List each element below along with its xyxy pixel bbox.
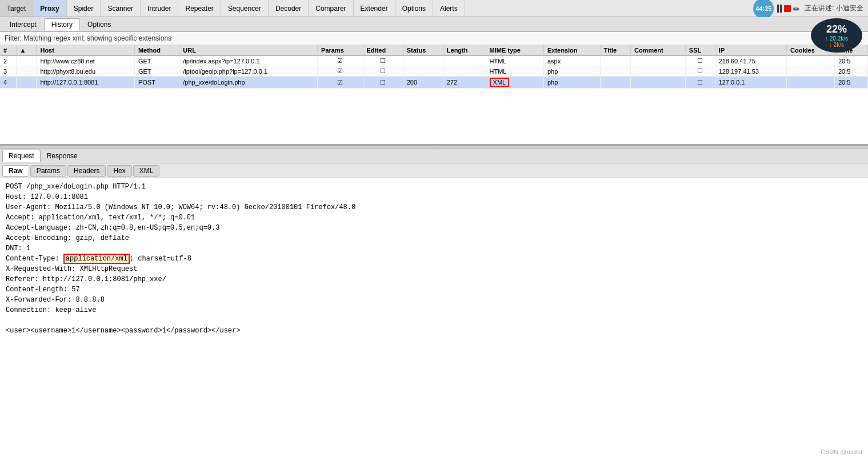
pen-icon[interactable]: ✏ [793, 5, 801, 13]
col-params[interactable]: Params [318, 45, 363, 56]
speed-widget: 22% ↑ 20.2k/s ↓ 2k/s [811, 18, 862, 53]
nav-alerts[interactable]: Alerts [433, 0, 465, 17]
nav-extender[interactable]: Extender [354, 0, 395, 17]
inner-tab-headers[interactable]: Headers [67, 165, 106, 177]
col-ssl[interactable]: SSL [685, 45, 715, 56]
tab-history[interactable]: History [44, 18, 80, 31]
timer-display: 44:25 [753, 0, 774, 19]
nav-scanner[interactable]: Scanner [101, 0, 141, 17]
col-mime[interactable]: MIME type [486, 45, 543, 56]
top-navigation: Target Proxy Spider Scanner Intruder Rep… [0, 0, 868, 17]
request-line: Referer: http://127.0.0.1:8081/php_xxe/ [6, 274, 862, 284]
request-line [6, 315, 862, 326]
stream-label: 正在讲述: 小迪安全 [805, 3, 863, 13]
col-host[interactable]: Host [37, 45, 134, 56]
request-line: X-Forwarded-For: 8.8.8.8 [6, 295, 862, 305]
tab-options[interactable]: Options [80, 18, 118, 31]
col-num[interactable]: # [0, 45, 16, 56]
request-line: Accept-Encoding: gzip, deflate [6, 233, 862, 243]
col-title[interactable]: Title [600, 45, 630, 56]
watermark: CSDN @rechd [821, 448, 862, 455]
col-edited[interactable]: Edited [363, 45, 403, 56]
col-arrow[interactable]: ▲ [16, 45, 37, 56]
inner-tabs: Raw Params Headers Hex XML [0, 163, 868, 178]
filter-text: Filter: Matching regex xml; showing spec… [5, 34, 171, 42]
request-response-tabs: Request Response [0, 149, 868, 163]
nav-target[interactable]: Target [0, 0, 33, 17]
col-status[interactable]: Status [403, 45, 443, 56]
table-header-row: # ▲ Host Method URL Params Edited Status… [0, 45, 868, 56]
request-line: <user><username>1</username><password>1<… [6, 326, 862, 336]
col-comment[interactable]: Comment [630, 45, 685, 56]
history-table-container: # ▲ Host Method URL Params Edited Status… [0, 45, 868, 145]
nav-proxy[interactable]: Proxy [33, 0, 66, 17]
history-table: # ▲ Host Method URL Params Edited Status… [0, 45, 868, 89]
request-body: POST /php_xxe/doLogin.php HTTP/1.1Host: … [0, 178, 868, 448]
nav-options[interactable]: Options [395, 0, 433, 17]
timer-controls: ✏ [777, 5, 801, 13]
stop-button[interactable] [784, 5, 791, 12]
inner-tab-params[interactable]: Params [30, 165, 66, 177]
request-line: DNT: 1 [6, 243, 862, 254]
request-line: Host: 127.0.0.1:8081 [6, 192, 862, 202]
table-row[interactable]: 4http://127.0.0.1:8081POST/php_xxe/doLog… [0, 77, 868, 89]
nav-intruder[interactable]: Intruder [141, 0, 178, 17]
tab-intercept[interactable]: Intercept [2, 18, 44, 31]
request-line: Connection: keep-alive [6, 305, 862, 315]
proxy-sub-nav: Intercept History Options [0, 17, 868, 32]
nav-repeater[interactable]: Repeater [178, 0, 221, 17]
nav-spider[interactable]: Spider [67, 0, 101, 17]
tab-request[interactable]: Request [2, 150, 41, 162]
pause-button[interactable] [777, 5, 782, 13]
inner-tab-hex[interactable]: Hex [107, 165, 131, 177]
request-line: Accept: application/xml, text/xml, */*; … [6, 213, 862, 223]
request-line: Content-Length: 57 [6, 284, 862, 295]
filter-bar: Filter: Matching regex xml; showing spec… [0, 32, 868, 45]
bottom-panel: Request Response Raw Params Headers Hex … [0, 149, 868, 461]
content-type-highlight: application/xml [63, 254, 130, 264]
tab-response[interactable]: Response [41, 150, 84, 162]
speed-up: ↑ 20.2k/s [825, 35, 848, 42]
request-line: Accept-Language: zh-CN,zh;q=0.8,en-US;q=… [6, 223, 862, 233]
speed-percent: 22% [826, 23, 847, 35]
timer-block: 44:25 ✏ 正在讲述: 小迪安全 [753, 0, 868, 19]
request-line: X-Requested-With: XMLHttpRequest [6, 264, 862, 274]
col-length[interactable]: Length [443, 45, 486, 56]
request-line: POST /php_xxe/doLogin.php HTTP/1.1 [6, 182, 862, 192]
request-line: Content-Type: application/xml; charset=u… [6, 254, 862, 264]
table-row[interactable]: 3http://phyxt8.bu.eduGET/iptool/geoip.ph… [0, 66, 868, 77]
col-url[interactable]: URL [179, 45, 318, 56]
request-line: User-Agent: Mozilla/5.0 (Windows NT 10.0… [6, 202, 862, 213]
table-row[interactable]: 2http://www.cz88.netGET/ip/index.aspx?ip… [0, 56, 868, 66]
col-extension[interactable]: Extension [543, 45, 600, 56]
col-ip[interactable]: IP [715, 45, 786, 56]
nav-decoder[interactable]: Decoder [269, 0, 309, 17]
speed-down: ↓ 2k/s [829, 42, 844, 48]
col-method[interactable]: Method [134, 45, 179, 56]
inner-tab-xml[interactable]: XML [133, 165, 160, 177]
inner-tab-raw[interactable]: Raw [2, 165, 29, 177]
nav-comparer[interactable]: Comparer [309, 0, 353, 17]
nav-sequencer[interactable]: Sequencer [221, 0, 269, 17]
